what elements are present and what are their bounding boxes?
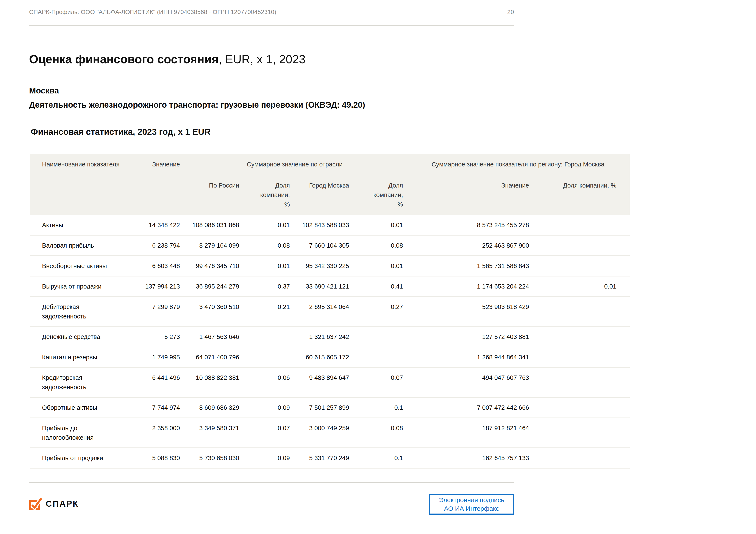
indicator-value: 0.21 [242,297,293,327]
indicator-value: 0.01 [242,215,293,235]
indicator-value [532,215,630,235]
indicator-value: 0.08 [242,235,293,256]
table-row: Капитал и резервы1 749 99564 071 400 796… [30,347,630,368]
col-header-spacer [121,180,183,215]
indicator-value: 8 279 164 099 [183,235,242,256]
col-header-region-value: Значение [406,180,532,215]
indicator-name: Прибыль от продажи [30,448,121,468]
indicator-value: 36 895 244 279 [183,276,242,297]
report-title: СПАРК-Профиль: ООО "АЛЬФА-ЛОГИСТИК" (ИНН… [29,9,276,15]
indicator-value: 137 994 213 [121,276,183,297]
indicator-value: 7 660 104 305 [293,235,352,256]
footer-divider [29,482,514,483]
indicator-value [532,368,630,397]
indicator-value [532,448,630,468]
indicator-value: 7 501 257 899 [293,397,352,418]
table-row: Валовая прибыль6 238 7948 279 164 0990.0… [30,235,630,256]
indicator-value: 8 609 686 329 [183,397,242,418]
indicator-value: 6 603 448 [121,256,183,276]
indicator-value: 1 268 944 864 341 [406,347,532,368]
indicator-value: 60 615 605 172 [293,347,352,368]
col-header-value: Значение [121,154,183,180]
indicator-value: 10 088 822 381 [183,368,242,397]
indicator-value: 7 299 879 [121,297,183,327]
table-row: Кредиторская задолженность6 441 49610 08… [30,368,630,397]
indicator-name: Дебиторская задолженность [30,297,121,327]
indicator-value: 1 174 653 204 224 [406,276,532,297]
indicator-value: 95 342 330 225 [293,256,352,276]
indicator-value: 7 007 472 442 666 [406,397,532,418]
indicator-value: 108 086 031 868 [183,215,242,235]
col-header-company-share-moscow: Доля компании, % [352,180,406,215]
col-header-spacer [30,180,121,215]
indicator-name: Кредиторская задолженность [30,368,121,397]
indicator-value: 0.01 [352,256,406,276]
spark-logo: СПАРК [28,497,79,510]
indicator-value: 8 573 245 455 278 [406,215,532,235]
col-header-company-share-industry: Доля компании, % [242,180,293,215]
col-group-industry: Суммарное значение по отрасли [183,154,406,180]
indicator-value: 162 645 757 133 [406,448,532,468]
spark-checkmark-icon [28,497,43,510]
indicator-value: 102 843 588 033 [293,215,352,235]
indicator-value: 99 476 345 710 [183,256,242,276]
table-row: Прибыль до налогообложения2 358 0003 349… [30,418,630,448]
financial-statistics-table: Наименование показателя Значение Суммарн… [30,154,630,469]
page-title-suffix: , EUR, x 1, 2023 [219,53,306,66]
indicator-value: 127 572 403 881 [406,327,532,347]
indicator-value: 0.1 [352,448,406,468]
header-divider [29,25,514,26]
spark-logo-text: СПАРК [46,499,79,509]
indicator-value: 6 238 794 [121,235,183,256]
indicator-value: 0.01 [352,215,406,235]
table-header: Наименование показателя Значение Суммарн… [30,154,630,215]
table-row: Прибыль от продажи5 088 8305 730 658 030… [30,448,630,468]
indicator-value: 5 273 [121,327,183,347]
indicator-value: 0.01 [532,276,630,297]
col-header-indicator: Наименование показателя [30,154,121,180]
indicator-value: 252 463 867 900 [406,235,532,256]
indicator-name: Активы [30,215,121,235]
indicator-value [352,327,406,347]
col-header-company-share-region: Доля компании, % [532,180,630,215]
electronic-signature-stamp[interactable]: Электронная подпись АО ИА Интерфакс [429,494,514,515]
indicator-name: Валовая прибыль [30,235,121,256]
table-row: Дебиторская задолженность7 299 8793 470 … [30,297,630,327]
indicator-value [532,297,630,327]
indicator-value: 0.09 [242,397,293,418]
indicator-value: 0.27 [352,297,406,327]
indicator-value: 7 744 974 [121,397,183,418]
indicator-name: Прибыль до налогообложения [30,418,121,448]
indicator-value: 0.07 [242,418,293,448]
indicator-value: 0.06 [242,368,293,397]
indicator-value [352,347,406,368]
indicator-name: Оборотные активы [30,397,121,418]
activity-heading: Деятельность железнодорожного транспорта… [29,100,365,110]
signature-line1: Электронная подпись [439,496,504,504]
indicator-value [532,397,630,418]
indicator-value: 3 349 580 371 [183,418,242,448]
indicator-value: 33 690 421 121 [293,276,352,297]
table-row: Внеоборотные активы6 603 44899 476 345 7… [30,256,630,276]
table-body: Активы14 348 422108 086 031 8680.01102 8… [30,215,630,468]
region-heading: Москва [29,86,59,95]
page-title: Оценка финансового состояния, EUR, x 1, … [29,52,306,66]
indicator-value: 0.09 [242,448,293,468]
indicator-value: 3 470 360 510 [183,297,242,327]
indicator-value [242,327,293,347]
table-row: Активы14 348 422108 086 031 8680.01102 8… [30,215,630,235]
indicator-value [532,256,630,276]
col-group-region: Суммарное значение показателя по региону… [406,154,630,180]
col-header-moscow: Город Москва [293,180,352,215]
indicator-value: 64 071 400 796 [183,347,242,368]
indicator-value: 187 912 821 464 [406,418,532,448]
indicator-value [532,235,630,256]
indicator-value: 0.01 [242,256,293,276]
indicator-value: 9 483 894 647 [293,368,352,397]
indicator-value: 2 695 314 064 [293,297,352,327]
table-title: Финансовая статистика, 2023 год, x 1 EUR [31,127,210,137]
indicator-value [532,418,630,448]
indicator-name: Выручка от продажи [30,276,121,297]
page-title-main: Оценка финансового состояния [29,53,219,66]
indicator-value: 1 565 731 586 843 [406,256,532,276]
